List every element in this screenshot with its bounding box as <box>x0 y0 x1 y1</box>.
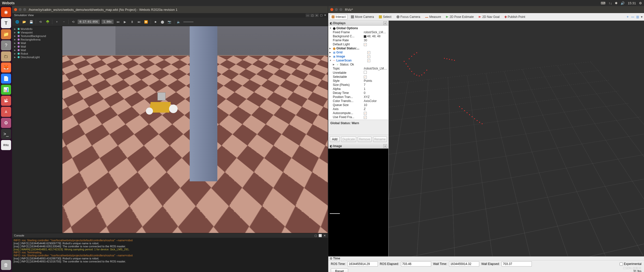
ros-time-value[interactable] <box>348 261 378 266</box>
close-icon[interactable] <box>14 8 17 11</box>
console-output[interactable]: INFO: ros: Starting controller: "/usr/lo… <box>12 238 328 272</box>
add-node-icon[interactable]: ＋ <box>54 19 59 24</box>
interact-tool[interactable]: Interact <box>330 14 347 20</box>
remove-tool-icon[interactable]: — <box>631 15 634 19</box>
reload-icon[interactable]: ⟲ <box>38 19 43 24</box>
tree-node[interactable]: ▶TexturedBackground <box>12 34 62 38</box>
add-button[interactable]: Add <box>330 137 340 142</box>
launcher-impress-icon[interactable]: 📽 <box>1 96 11 106</box>
launcher-rviz-icon[interactable]: RViz <box>1 140 11 150</box>
screenshot-icon[interactable]: 📷 <box>167 19 172 24</box>
duplicate-button[interactable]: Duplicate <box>341 137 356 142</box>
volume-icon[interactable]: 🔊 <box>621 1 625 5</box>
open-icon[interactable]: 📂 <box>22 19 27 24</box>
rviz-3d-view[interactable] <box>389 21 644 256</box>
maximize-icon[interactable] <box>339 8 342 11</box>
tree-node[interactable]: ▶Wall <box>12 45 62 48</box>
restore-btn[interactable]: ▢ <box>310 14 314 17</box>
gear-icon[interactable]: ⚙ <box>639 1 642 5</box>
input-method-icon[interactable]: ⌨ <box>601 1 606 5</box>
experimental-checkbox[interactable]: Experimental <box>620 262 641 266</box>
bluetooth-icon[interactable]: ✱ <box>615 1 618 5</box>
wall-time-value[interactable] <box>449 261 479 266</box>
minimize-icon[interactable] <box>19 8 22 11</box>
launcher-nautilus-icon[interactable]: 🗀 <box>1 51 11 61</box>
rviz-titlebar[interactable]: RViz* <box>328 6 644 13</box>
hand-icon <box>332 15 335 18</box>
close-btn[interactable]: ✕ <box>315 14 319 17</box>
minimize-icon[interactable] <box>335 8 338 11</box>
pane-restore-icon[interactable]: ▢ <box>320 14 323 17</box>
remove-button[interactable]: Remove <box>358 137 372 142</box>
launcher-help-icon[interactable]: ? <box>1 40 11 50</box>
network-icon[interactable]: ↑↓ <box>609 1 612 5</box>
movie-icon[interactable]: ■ <box>153 19 158 24</box>
pause-icon[interactable]: ⏸ <box>130 19 135 24</box>
webots-titlebar[interactable]: /home/zy/catkin_ws/src/webots_demo/world… <box>12 6 328 13</box>
menu-chevron-icon[interactable]: ▾ <box>641 15 642 19</box>
panel-close-icon[interactable]: x <box>383 144 387 148</box>
save-icon[interactable]: 💾 <box>29 19 34 24</box>
ros-elapsed-value[interactable] <box>401 261 431 266</box>
rviz-toolbar: Interact Move Camera Select Focus Camera… <box>328 13 644 21</box>
clock[interactable]: 15:31 <box>628 1 636 5</box>
delete-node-icon[interactable]: － <box>61 19 66 24</box>
launcher-dash-icon[interactable]: ◉ <box>1 7 11 17</box>
record-icon[interactable]: ⬤ <box>160 19 165 24</box>
add-tool-icon[interactable]: ＋ <box>626 15 629 19</box>
play-icon[interactable]: ▶ <box>123 19 128 24</box>
rename-button[interactable]: Rename <box>373 137 387 142</box>
sound-icon[interactable]: 🔈 <box>176 19 181 24</box>
maximize-icon[interactable] <box>23 8 26 11</box>
nav-goal-tool[interactable]: 2D Nav Goal <box>477 14 501 19</box>
launcher-app-icon[interactable]: A <box>1 107 11 117</box>
scene-tree[interactable]: ▶WorldInfo▶Viewpoint▶TexturedBackground▶… <box>12 26 62 233</box>
panel-close-icon[interactable]: x <box>383 21 387 25</box>
image-view[interactable] <box>328 149 388 256</box>
show-tree-icon[interactable]: 🌳 <box>45 19 50 24</box>
tree-node[interactable]: ▶WorldInfo <box>12 27 62 31</box>
reset-button[interactable]: Reset <box>331 268 348 272</box>
launcher-terminal-icon[interactable]: >_ <box>1 129 11 139</box>
select-tool[interactable]: Select <box>377 14 393 19</box>
fast-icon[interactable]: ⏩ <box>144 19 149 24</box>
time-panel: ⊙ Time ROS Time: ROS Elapsed: Wall Time:… <box>328 256 644 272</box>
webots-3d-viewport[interactable] <box>62 26 328 233</box>
image-panel-title[interactable]: ◐ Image x <box>328 144 388 149</box>
pane-close-icon[interactable]: ✕ <box>324 14 326 17</box>
displays-panel-title[interactable]: ◐ Displays x <box>328 21 388 26</box>
focus-camera-tool[interactable]: Focus Camera <box>395 14 422 19</box>
tree-node[interactable]: ▶Viewpoint <box>12 31 62 34</box>
tree-node[interactable]: ▶RectangleArena <box>12 38 62 41</box>
launcher-writer-icon[interactable]: 📄 <box>1 74 11 84</box>
webots-window-controls: — ▢ ✕ <box>306 14 319 17</box>
step-back-icon[interactable]: ⏮ <box>115 19 120 24</box>
launcher-settings-icon[interactable]: ⚙ <box>1 118 11 128</box>
rewind-icon[interactable]: ⟲ <box>71 19 76 24</box>
launcher-text-editor-icon[interactable]: T <box>1 18 11 28</box>
close-icon[interactable] <box>330 8 333 11</box>
new-world-icon[interactable]: 🌐 <box>15 19 20 24</box>
measure-tool[interactable]: Measure <box>424 14 442 19</box>
views-icon[interactable]: ▥ <box>636 15 639 19</box>
console-restore-icon[interactable]: ▢ <box>314 234 317 237</box>
move-camera-tool[interactable]: Move Camera <box>349 14 375 19</box>
console-maximize-icon[interactable]: ⬜ <box>318 234 322 237</box>
tree-node[interactable]: ▶DirectionalLight <box>12 55 62 59</box>
publish-point-tool[interactable]: Publish Point <box>503 14 527 19</box>
launcher-trash-icon[interactable]: 🗑 <box>1 260 11 270</box>
launcher-calc-icon[interactable]: 📊 <box>1 85 11 95</box>
tree-node[interactable]: ▶Robot <box>12 52 62 55</box>
tree-node[interactable]: ▶Wall <box>12 48 62 52</box>
displays-tree[interactable]: ▼⬤Global Options Fixed Framerobot/Sick_L… <box>328 26 388 120</box>
launcher-firefox-icon[interactable]: 🦊 <box>1 62 11 73</box>
wall-elapsed-value[interactable] <box>502 261 532 266</box>
volume-slider[interactable] <box>183 21 193 22</box>
launcher-files-icon[interactable]: 📁 <box>1 29 11 39</box>
step-icon[interactable]: ⏭ <box>137 19 142 24</box>
rviz-window: RViz* Interact Move Camera Select Focus … <box>328 6 644 272</box>
minimize-btn[interactable]: — <box>306 14 310 17</box>
tree-node[interactable]: ▶Wall <box>12 41 62 45</box>
pose-estimate-tool[interactable]: 2D Pose Estimate <box>445 14 475 19</box>
console-close-icon[interactable]: ✕ <box>324 234 326 237</box>
